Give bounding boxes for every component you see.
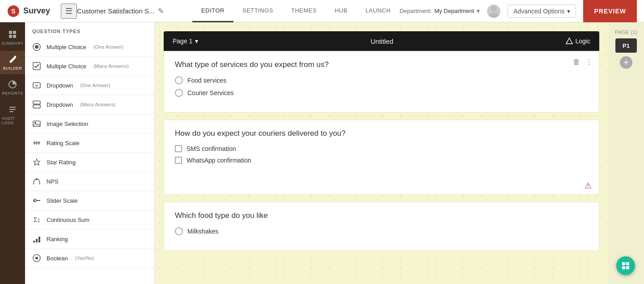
page-dropdown[interactable]: Page 1 ▾ <box>173 38 198 45</box>
svg-text:1: 1 <box>38 218 40 223</box>
star-rating-icon <box>32 158 41 167</box>
right-panel: PAGE (1) P1 + <box>608 22 644 284</box>
question-types-header: QUESTION TYPES <box>25 22 154 38</box>
sidebar-item-audit-logs[interactable]: AUDIT LOGS <box>0 101 25 129</box>
qt-ranking[interactable]: Ranking <box>25 230 154 249</box>
svg-point-14 <box>35 45 38 49</box>
svg-marker-37 <box>566 38 572 44</box>
svg-rect-41 <box>626 266 629 269</box>
svg-rect-5 <box>13 31 16 34</box>
svg-point-26 <box>36 178 38 180</box>
option-2-1-text: SMS confirmation <box>186 145 236 152</box>
svg-point-3 <box>489 13 499 18</box>
qt-dropdown-one[interactable]: Dropdown (One Answer) <box>25 76 154 95</box>
sidebar-item-reports[interactable]: REPORTS <box>0 76 25 99</box>
canvas-area: Page 1 ▾ Untitled Logic 🗑 ⋮ What type of… <box>155 22 608 284</box>
question-1-option-1: Food services <box>175 76 588 84</box>
qt-rating-scale[interactable]: Rating Scale <box>25 134 154 153</box>
svg-rect-10 <box>9 107 16 108</box>
tab-hub[interactable]: HUB <box>326 0 356 22</box>
department-info: Department: My Department ▾ <box>400 8 480 14</box>
tab-settings[interactable]: SETTINGS <box>233 0 282 22</box>
question-3-option-1: Milkshakes <box>175 227 588 235</box>
edit-title-icon[interactable]: ✎ <box>158 7 164 15</box>
dropdown-many-icon <box>32 100 41 109</box>
builder-icon <box>8 54 17 64</box>
qt-nps[interactable]: NPS <box>25 172 154 191</box>
tab-editor[interactable]: EDITOR <box>192 0 233 22</box>
top-navigation: S Survey ☰ Customer Satisfaction S... ✎ … <box>0 0 644 22</box>
radio-icon <box>32 42 41 51</box>
svg-text:S: S <box>11 8 15 15</box>
question-card-1-inner: 🗑 ⋮ What type of services do you expect … <box>164 51 599 112</box>
qt-slider-scale[interactable]: Slider Scale <box>25 191 154 210</box>
question-2-option-1: SMS confirmation <box>175 145 588 152</box>
qt-continuous-sum[interactable]: Σ1 Continuous Sum <box>25 210 154 230</box>
nav-tabs: EDITOR SETTINGS THEMES HUB LAUNCH <box>192 0 400 22</box>
question-card-3-inner: Which food type do you like Milkshakes <box>164 202 599 251</box>
radio-1-1[interactable] <box>175 76 183 84</box>
more-options-question-1-button[interactable]: ⋮ <box>585 57 593 67</box>
checkbox-icon <box>32 62 41 71</box>
audit-logs-icon <box>8 104 17 114</box>
svg-point-36 <box>35 257 38 259</box>
svg-rect-17 <box>33 101 40 104</box>
user-avatar[interactable] <box>487 4 500 18</box>
svg-rect-34 <box>38 237 40 242</box>
delete-question-1-button[interactable]: 🗑 <box>572 57 581 67</box>
svg-rect-16 <box>33 83 40 88</box>
option-2-2-text: WhatsApp confirmation <box>186 157 251 164</box>
qt-image-selection[interactable]: Image Selection <box>25 114 154 134</box>
fab-button[interactable] <box>616 256 635 275</box>
svg-rect-8 <box>14 56 16 58</box>
svg-rect-4 <box>9 31 12 34</box>
page-thumbnail-1[interactable]: P1 <box>615 38 637 53</box>
qt-boolean[interactable]: Boolean (Yes/No) <box>25 249 154 268</box>
svg-rect-40 <box>622 266 625 269</box>
question-2-option-2: WhatsApp confirmation <box>175 157 588 164</box>
advanced-options-button[interactable]: Advanced Options ▾ <box>508 4 576 18</box>
qt-dropdown-many[interactable]: Dropdown (Many Answers) <box>25 95 154 114</box>
qt-multiple-choice-one[interactable]: Multiple Choice (One Answer) <box>25 38 154 57</box>
svg-marker-25 <box>34 159 40 165</box>
tab-launch[interactable]: LAUNCH <box>356 0 399 22</box>
image-selection-icon <box>32 119 41 128</box>
preview-button[interactable]: PREVIEW <box>583 0 637 22</box>
question-card-1: 🗑 ⋮ What type of services do you expect … <box>164 51 599 113</box>
ranking-icon <box>32 234 41 243</box>
nps-icon <box>32 177 41 186</box>
question-2-text: How do you expect your couriers delivere… <box>175 129 588 138</box>
checkbox-2-1[interactable] <box>175 145 182 152</box>
app-name: Survey <box>23 6 50 16</box>
checkbox-2-2[interactable] <box>175 157 182 164</box>
svg-rect-6 <box>9 35 12 38</box>
option-1-1-text: Food services <box>187 77 226 84</box>
question-card-2-inner: How do you expect your couriers delivere… <box>164 120 599 179</box>
hamburger-button[interactable]: ☰ <box>61 4 77 19</box>
qt-star-rating[interactable]: Star Rating <box>25 153 154 172</box>
qt-multiple-choice-many[interactable]: Multiple Choice (Many Answers) <box>25 57 154 76</box>
warning-triangle-icon: ⚠ <box>585 181 592 191</box>
sidebar-item-summary[interactable]: SUMMARY <box>0 26 25 49</box>
page-title: Untitled <box>371 38 394 45</box>
tab-themes[interactable]: THEMES <box>282 0 326 22</box>
option-3-1-text: Milkshakes <box>187 228 218 235</box>
svg-point-2 <box>491 6 496 12</box>
logo-icon: S <box>7 5 20 17</box>
svg-text:Σ: Σ <box>34 216 38 223</box>
main-layout: SUMMARY BUILDER REPORTS AUDIT LOGS QUEST… <box>0 22 644 284</box>
logic-button[interactable]: Logic <box>566 38 590 45</box>
svg-rect-33 <box>36 239 38 242</box>
question-2-warning: ⚠ <box>164 179 599 194</box>
sidebar-item-builder[interactable]: BUILDER <box>0 51 25 74</box>
svg-rect-7 <box>13 35 16 38</box>
page-header-bar: Page 1 ▾ Untitled Logic <box>164 31 599 51</box>
add-page-button[interactable]: + <box>620 56 632 69</box>
svg-rect-32 <box>33 241 35 242</box>
reports-icon <box>8 79 17 89</box>
radio-3-1[interactable] <box>175 227 183 235</box>
svg-rect-18 <box>33 105 40 108</box>
radio-1-2[interactable] <box>175 89 183 97</box>
question-1-option-2: Courier Services <box>175 89 588 97</box>
continuous-sum-icon: Σ1 <box>32 215 41 224</box>
